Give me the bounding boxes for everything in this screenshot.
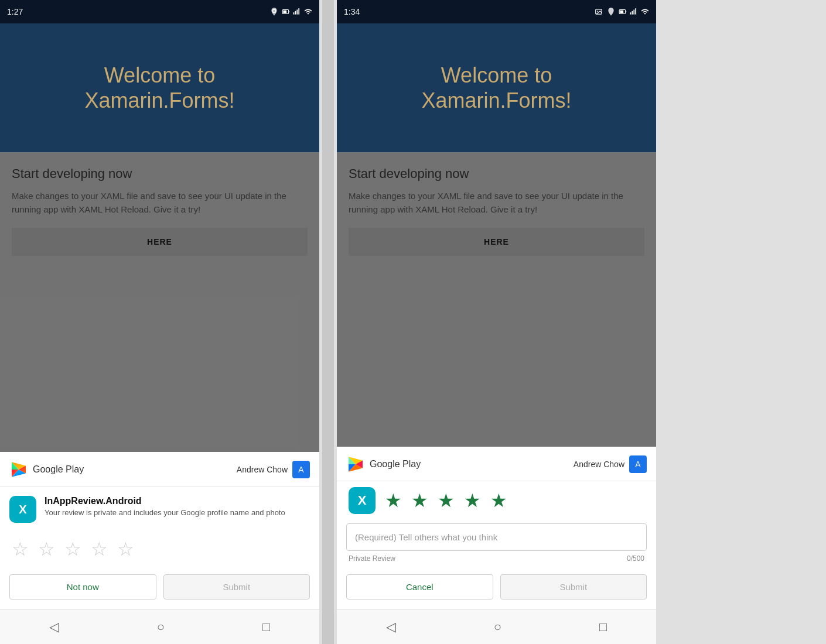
- buttons-row-left: Not now Submit: [0, 570, 319, 609]
- app-banner-right: Welcome to Xamarin.Forms!: [337, 23, 656, 152]
- phone-left: 1:27 Welcome to Xamarin.Forms! Start dev…: [0, 0, 319, 644]
- banner-title-left: Welcome to Xamarin.Forms!: [84, 63, 234, 113]
- banner-title-right: Welcome to Xamarin.Forms!: [421, 63, 571, 113]
- status-bar-left: 1:27: [0, 0, 319, 23]
- svg-rect-15: [620, 11, 623, 13]
- bottom-sheet-left: Google Play Andrew Chow A X InAppReview.…: [0, 452, 319, 609]
- status-icons-right: [594, 7, 649, 16]
- app-banner-left: Welcome to Xamarin.Forms!: [0, 23, 319, 152]
- svg-rect-4: [295, 11, 296, 15]
- gplay-avatar-right: A: [629, 455, 647, 473]
- location-icon: [269, 7, 279, 16]
- app-info-text: InAppReview.Android Your review is priva…: [45, 496, 285, 518]
- star-3-left[interactable]: ☆: [64, 538, 81, 560]
- gplay-avatar-left: A: [292, 461, 310, 478]
- wifi-icon: [304, 8, 312, 16]
- signal-icon: [293, 7, 301, 16]
- gplay-text-left: Google Play: [33, 464, 84, 475]
- gplay-header-right: Google Play Andrew Chow A: [337, 447, 656, 481]
- star-4-left[interactable]: ☆: [91, 538, 108, 560]
- nav-bar-left: ◁ ○ □: [0, 609, 319, 644]
- svg-rect-3: [293, 12, 295, 15]
- google-play-icon: [9, 460, 28, 479]
- here-button-left[interactable]: HERE: [12, 228, 308, 256]
- bottom-sheet-right: Google Play Andrew Chow A X ★ ★ ★ ★ ★ (R…: [337, 447, 656, 609]
- app-info-row: X InAppReview.Android Your review is pri…: [0, 487, 319, 532]
- home-nav-right[interactable]: ○: [494, 619, 501, 635]
- svg-rect-2: [283, 11, 286, 13]
- signal-icon-right: [630, 7, 638, 16]
- star-4-right[interactable]: ★: [464, 489, 481, 512]
- svg-rect-16: [630, 12, 632, 15]
- home-nav-left[interactable]: ○: [157, 619, 165, 635]
- gplay-logo-right: Google Play: [346, 455, 421, 474]
- phone-right: 1:34 Welcome to Xamarin.Forms! Start dev…: [337, 0, 656, 644]
- star-3-right[interactable]: ★: [438, 489, 455, 512]
- gplay-header-left: Google Play Andrew Chow A: [0, 452, 319, 487]
- back-nav-left[interactable]: ◁: [49, 619, 59, 635]
- star-1-left[interactable]: ☆: [12, 538, 29, 560]
- char-count: 0/500: [627, 554, 644, 563]
- recent-nav-left[interactable]: □: [262, 619, 270, 635]
- status-time-right: 1:34: [344, 7, 360, 16]
- review-meta: Private Review 0/500: [337, 553, 656, 570]
- status-icons-left: [269, 7, 312, 16]
- status-time-left: 1:27: [7, 7, 23, 16]
- star-1-right[interactable]: ★: [385, 489, 402, 512]
- battery-icon: [282, 7, 290, 16]
- star-2-left[interactable]: ☆: [38, 538, 55, 560]
- stars-row-right[interactable]: X ★ ★ ★ ★ ★: [337, 481, 656, 523]
- gplay-user-right: Andrew Chow A: [574, 455, 647, 473]
- nav-bar-right: ◁ ○ □: [337, 609, 656, 644]
- svg-point-13: [597, 11, 598, 12]
- content-body-left: Make changes to your XAML file and save …: [12, 190, 308, 216]
- svg-rect-17: [632, 11, 633, 15]
- app-icon-badge-left: X: [9, 496, 36, 523]
- buttons-row-right: Cancel Submit: [337, 570, 656, 609]
- submit-button-left[interactable]: Submit: [163, 574, 310, 600]
- content-title-right: Start developing now: [349, 166, 644, 181]
- svg-rect-18: [633, 10, 634, 15]
- app-name: InAppReview.Android: [45, 496, 285, 506]
- google-play-icon-right: [346, 455, 365, 474]
- status-bar-right: 1:34: [337, 0, 656, 23]
- review-textarea[interactable]: (Required) Tell others what you think: [346, 523, 647, 551]
- star-5-left[interactable]: ☆: [117, 538, 134, 560]
- review-placeholder: (Required) Tell others what you think: [355, 532, 638, 542]
- not-now-button[interactable]: Not now: [9, 574, 156, 600]
- gplay-text-right: Google Play: [370, 459, 421, 470]
- here-button-right[interactable]: HERE: [349, 228, 644, 256]
- svg-rect-5: [296, 10, 298, 15]
- app-content-right: Start developing now Make changes to you…: [337, 152, 656, 447]
- stars-row-left[interactable]: ☆ ☆ ☆ ☆ ☆: [0, 532, 319, 570]
- svg-rect-19: [635, 8, 636, 15]
- app-desc: Your review is private and includes your…: [45, 508, 285, 518]
- location-icon-right: [606, 7, 616, 16]
- battery-icon-right: [619, 7, 627, 16]
- submit-button-right[interactable]: Submit: [500, 574, 647, 600]
- content-title-left: Start developing now: [12, 166, 308, 181]
- gplay-logo-left: Google Play: [9, 460, 84, 479]
- cancel-button[interactable]: Cancel: [346, 574, 493, 600]
- phone-divider: [322, 0, 334, 644]
- app-content-left: Start developing now Make changes to you…: [0, 152, 319, 452]
- back-nav-right[interactable]: ◁: [386, 619, 396, 635]
- star-2-right[interactable]: ★: [411, 489, 428, 512]
- recent-nav-right[interactable]: □: [599, 619, 607, 635]
- wifi-icon-right: [641, 8, 649, 16]
- svg-rect-6: [298, 8, 299, 15]
- content-body-right: Make changes to your XAML file and save …: [349, 190, 644, 216]
- app-icon-right: X: [349, 487, 376, 514]
- photo-icon: [594, 8, 603, 16]
- star-5-right[interactable]: ★: [490, 489, 507, 512]
- private-review-label: Private Review: [349, 554, 395, 563]
- gplay-user-left: Andrew Chow A: [237, 461, 310, 478]
